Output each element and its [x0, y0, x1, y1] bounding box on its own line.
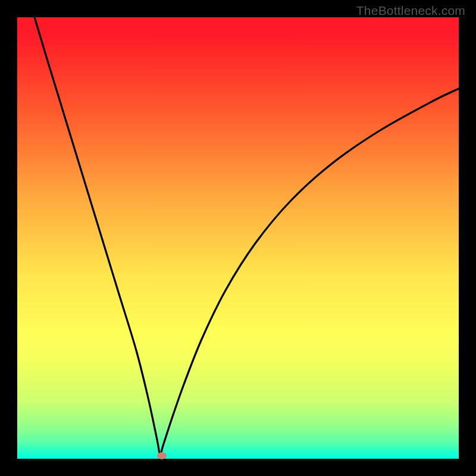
watermark-text: TheBottleneck.com: [356, 4, 465, 18]
bottleneck-curve: [17, 17, 459, 459]
chart-plot-area: [17, 17, 459, 459]
minimum-marker: [157, 452, 167, 459]
